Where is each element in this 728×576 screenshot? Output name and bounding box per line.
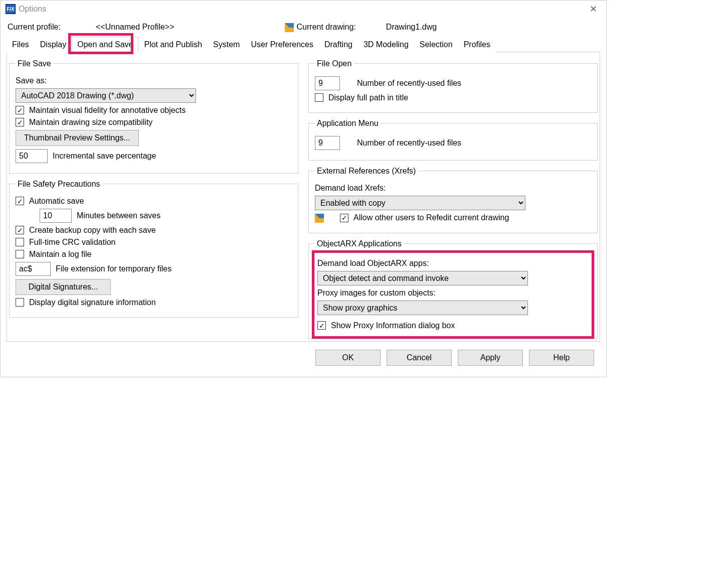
tab-pane: File Save Save as: AutoCAD 2018 Drawing … [7,52,600,342]
ok-button[interactable]: OK [315,350,381,366]
objectarx-legend: ObjectARX Applications [315,239,404,248]
save-as-label: Save as: [16,76,47,85]
maintain-fidelity-checkbox[interactable] [16,106,24,114]
options-dialog: F/X Options ✕ Current profile: <<Unnamed… [0,0,607,377]
current-drawing-label: Current drawing: [297,23,356,32]
demand-load-xrefs-select[interactable]: Enabled with copy [315,196,525,210]
file-extension-input[interactable] [16,262,51,276]
app-menu-legend: Application Menu [315,119,381,128]
display-full-path-checkbox[interactable] [315,93,323,102]
show-proxy-info-label: Show Proxy Information dialog box [331,321,455,330]
proxy-images-select[interactable]: Show proxy graphics [317,301,528,315]
show-proxy-info-checkbox[interactable] [317,321,326,330]
digital-signatures-button[interactable]: Digital Signatures... [16,279,111,295]
file-open-recent-label: Number of recently-used files [357,79,461,88]
demand-load-arx-label: Demand load ObjectARX apps: [317,259,429,268]
tab-open-and-save[interactable]: Open and Save [72,37,138,52]
file-open-legend: File Open [315,59,353,68]
automatic-save-checkbox[interactable] [16,197,24,205]
allow-refedit-checkbox[interactable] [340,214,348,222]
tab-user-preferences[interactable]: User Preferences [245,37,319,52]
maintain-size-label: Maintain drawing size compatibility [29,118,152,127]
titlebar: F/X Options ✕ [1,1,606,18]
group-application-menu: Application Menu Number of recently-used… [308,119,598,161]
app-menu-recent-input[interactable] [315,136,340,150]
display-full-path-label: Display full path in title [328,93,408,102]
group-file-safety: File Safety Precautions Automatic save M… [9,180,298,318]
demand-load-arx-select[interactable]: Object detect and command invoke [317,271,528,285]
current-profile-value: <<Unnamed Profile>> [96,23,174,32]
fx-logo-icon: F/X [6,4,16,14]
create-backup-checkbox[interactable] [16,226,24,234]
help-button[interactable]: Help [529,350,594,366]
cancel-button[interactable]: Cancel [387,350,452,366]
tab-bar: Files Display Open and Save Plot and Pub… [7,36,600,52]
file-safety-legend: File Safety Precautions [16,180,102,189]
profile-row: Current profile: <<Unnamed Profile>> Cur… [8,23,600,32]
proxy-images-label: Proxy images for custom objects: [317,289,436,298]
maintain-logfile-label: Maintain a log file [29,250,92,259]
crc-validation-label: Full-time CRC validation [29,238,116,247]
group-objectarx: ObjectARX Applications Demand load Objec… [308,239,598,339]
group-file-save: File Save Save as: AutoCAD 2018 Drawing … [9,59,298,174]
file-save-legend: File Save [16,59,53,68]
display-digsig-checkbox[interactable] [16,298,24,307]
current-profile-label: Current profile: [8,23,93,32]
tab-3d-modeling[interactable]: 3D Modeling [358,37,414,52]
tab-system[interactable]: System [208,37,245,52]
automatic-save-label: Automatic save [29,197,84,206]
dialog-footer: OK Cancel Apply Help [7,342,600,370]
maintain-logfile-checkbox[interactable] [16,250,24,258]
highlight-objectarx: Demand load ObjectARX apps: Object detec… [312,250,594,339]
save-as-select[interactable]: AutoCAD 2018 Drawing (*.dwg) [16,88,196,103]
maintain-size-checkbox[interactable] [16,118,24,126]
close-icon[interactable]: ✕ [586,4,601,15]
file-extension-label: File extension for temporary files [56,264,171,273]
minutes-between-saves-input[interactable] [40,209,72,223]
window-title: Options [19,5,46,14]
tab-plot-and-publish[interactable]: Plot and Publish [138,37,208,52]
tab-selection[interactable]: Selection [414,37,458,52]
current-drawing-value: Drawing1.dwg [386,23,437,32]
xrefs-legend: External References (Xrefs) [315,167,418,176]
file-open-recent-input[interactable] [315,76,340,90]
tab-files[interactable]: Files [7,37,35,52]
apply-button[interactable]: Apply [458,350,523,366]
incremental-save-input[interactable] [16,149,48,163]
tab-profiles[interactable]: Profiles [458,37,496,52]
display-digsig-label: Display digital signature information [29,298,156,307]
group-file-open: File Open Number of recently-used files … [308,59,598,113]
app-menu-recent-label: Number of recently-used files [357,138,461,148]
crc-validation-checkbox[interactable] [16,238,24,246]
minutes-between-saves-label: Minutes between saves [77,211,160,220]
incremental-save-label: Incremental save percentage [53,152,156,161]
tab-drafting[interactable]: Drafting [319,37,358,52]
group-xrefs: External References (Xrefs) Demand load … [308,167,598,233]
tab-display[interactable]: Display [35,37,72,52]
drawing-icon [315,213,327,223]
thumbnail-preview-button[interactable]: Thumbnail Preview Settings... [16,130,139,146]
allow-refedit-label: Allow other users to Refedit current dra… [353,213,509,222]
create-backup-label: Create backup copy with each save [29,226,156,235]
drawing-icon [285,23,297,32]
demand-load-xrefs-label: Demand load Xrefs: [315,184,386,193]
maintain-fidelity-label: Maintain visual fidelity for annotative … [29,106,186,115]
